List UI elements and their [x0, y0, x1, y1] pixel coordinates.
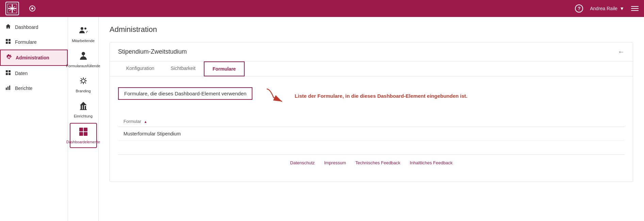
- tab-content-formulare: Formulare, die dieses Dashboard-Element …: [110, 76, 633, 182]
- formularausfuellende-icon: [79, 51, 88, 62]
- svg-point-20: [82, 79, 85, 82]
- icon-sidebar-branding[interactable]: Branding: [70, 73, 97, 96]
- topbar-right: ? Andrea Raile ▼: [575, 4, 639, 13]
- daten-icon: [5, 70, 11, 77]
- sidebar-label-formulare: Formulare: [15, 39, 37, 45]
- annotation-text: Liste der Formulare, in die dieses Dashb…: [295, 93, 467, 99]
- sidebar-label-administration: Administration: [16, 55, 49, 60]
- svg-rect-5: [6, 39, 8, 41]
- svg-rect-7: [6, 42, 8, 44]
- page-title: Administration: [110, 25, 633, 34]
- table-row: Musterformular Stipendium: [118, 127, 625, 141]
- topbar-status-icon: [29, 5, 35, 12]
- user-dropdown-icon: ▼: [620, 6, 624, 11]
- berichte-icon: [5, 85, 11, 92]
- user-name: Andrea Raile: [590, 6, 617, 11]
- tab-sichtbarkeit[interactable]: Sichtbarkeit: [163, 61, 204, 76]
- left-sidebar: Dashboard Formulare Administration Daten…: [0, 17, 68, 221]
- back-button[interactable]: ←: [618, 48, 625, 56]
- svg-point-16: [81, 27, 83, 30]
- icon-sidebar-label-dashboardelemente: Dashboardelemente: [66, 140, 100, 144]
- footer-link-datenschutz[interactable]: Datenschutz: [290, 160, 315, 165]
- icon-sidebar-einrichtung[interactable]: Einrichtung: [70, 98, 97, 122]
- icon-sidebar-label-mitarbeitende: Mitarbeitende: [72, 39, 95, 43]
- svg-rect-26: [79, 132, 83, 136]
- sidebar-label-daten: Daten: [15, 71, 28, 76]
- svg-rect-13: [6, 88, 7, 90]
- tabs-bar: Konfiguration Sichtbarkeit Formulare: [110, 61, 633, 76]
- mitarbeitende-icon: [79, 26, 88, 37]
- icon-sidebar-label-einrichtung: Einrichtung: [74, 114, 93, 118]
- footer-link-technisches-feedback[interactable]: Technisches Feedback: [356, 160, 400, 165]
- svg-rect-14: [7, 87, 9, 90]
- help-button[interactable]: ?: [575, 4, 583, 13]
- annotation-arrow: [263, 87, 291, 104]
- hamburger-menu[interactable]: [631, 6, 639, 11]
- tab-formulare[interactable]: Formulare: [204, 61, 245, 76]
- user-menu[interactable]: Andrea Raile ▼: [590, 6, 624, 11]
- svg-rect-27: [84, 132, 87, 136]
- svg-rect-10: [9, 70, 11, 72]
- svg-rect-11: [6, 73, 8, 75]
- dashboardelemente-icon: [79, 127, 88, 139]
- table-header-formular[interactable]: Formular ▲: [118, 116, 625, 127]
- icon-sidebar-label-formularausfuellende: Formularausfüllende: [66, 64, 100, 68]
- topbar: ? Andrea Raile ▼: [0, 0, 644, 17]
- footer-link-impressum[interactable]: Impressum: [324, 160, 346, 165]
- formulare-icon: [5, 39, 11, 45]
- tab-konfiguration[interactable]: Konfiguration: [118, 61, 163, 76]
- svg-rect-25: [84, 128, 87, 131]
- icon-sidebar: Mitarbeitende Formularausfüllende Brandi…: [68, 17, 99, 221]
- icon-sidebar-mitarbeitende[interactable]: Mitarbeitende: [70, 22, 97, 46]
- svg-rect-12: [9, 73, 11, 75]
- panel: Stipendium-Zweitstudium ← Konfiguration …: [110, 42, 633, 182]
- formulare-table: Formular ▲ Musterformular Stipendium: [118, 116, 625, 141]
- svg-rect-8: [9, 42, 11, 44]
- svg-rect-24: [79, 128, 83, 131]
- icon-sidebar-label-branding: Branding: [76, 89, 90, 93]
- sidebar-item-dashboard[interactable]: Dashboard: [0, 20, 68, 35]
- footer-link-inhaltliches-feedback[interactable]: Inhaltliches Feedback: [410, 160, 452, 165]
- sidebar-label-berichte: Berichte: [15, 86, 32, 91]
- branding-icon: [79, 76, 88, 88]
- svg-point-17: [84, 27, 86, 30]
- sort-icon: ▲: [144, 120, 147, 124]
- logo-button[interactable]: [5, 2, 19, 15]
- panel-header: Stipendium-Zweitstudium ←: [110, 42, 633, 61]
- sidebar-item-berichte[interactable]: Berichte: [0, 81, 68, 96]
- icon-sidebar-dashboardelemente[interactable]: Dashboardelemente: [70, 123, 97, 148]
- administration-icon: [6, 54, 12, 61]
- sidebar-label-dashboard: Dashboard: [15, 24, 38, 30]
- section-title: Formulare, die dieses Dashboard-Element …: [118, 87, 252, 100]
- svg-rect-15: [9, 86, 10, 90]
- svg-rect-21: [81, 105, 82, 109]
- topbar-center: [26, 5, 575, 12]
- einrichtung-icon: [79, 101, 88, 113]
- svg-point-18: [82, 52, 85, 55]
- icon-sidebar-formularausfuellende[interactable]: Formularausfüllende: [70, 48, 97, 71]
- panel-title: Stipendium-Zweitstudium: [118, 48, 187, 55]
- sidebar-item-formulare[interactable]: Formulare: [0, 35, 68, 50]
- home-icon: [5, 24, 11, 31]
- sidebar-item-daten[interactable]: Daten: [0, 66, 68, 81]
- table-cell-formular: Musterformular Stipendium: [118, 127, 625, 141]
- svg-rect-6: [9, 39, 11, 41]
- svg-rect-9: [6, 70, 8, 72]
- main-content: Administration Stipendium-Zweitstudium ←…: [99, 17, 644, 221]
- svg-rect-23: [85, 106, 86, 109]
- footer: Datenschutz Impressum Technisches Feedba…: [118, 154, 625, 171]
- sidebar-item-administration[interactable]: Administration: [0, 50, 68, 66]
- main-layout: Dashboard Formulare Administration Daten…: [0, 17, 644, 221]
